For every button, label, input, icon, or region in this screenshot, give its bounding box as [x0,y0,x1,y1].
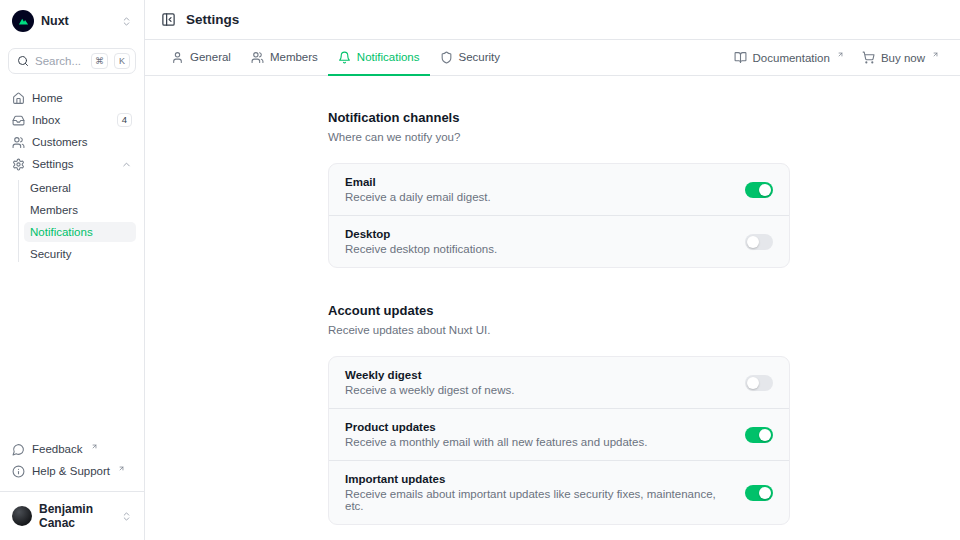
buy-now-link[interactable]: Buy now [853,40,948,75]
setting-row-product-updates: Product updates Receive a monthly email … [329,408,789,460]
sidebar: Nuxt Search... ⌘ K Home Inbox 4 [0,0,145,540]
setting-description: Receive a monthly email with all new fea… [345,436,729,448]
bell-icon [338,51,351,64]
search-placeholder: Search... [35,55,85,67]
tab-security[interactable]: Security [430,40,511,76]
help-support-link[interactable]: Help & Support [8,461,136,481]
avatar [12,506,32,526]
section-description: Receive updates about Nuxt UI. [328,324,790,336]
sub-item-label: General [30,182,71,194]
section-title: Account updates [328,303,790,318]
tab-general[interactable]: General [161,40,241,76]
chevrons-up-down-icon [121,511,132,522]
external-link-icon [91,443,98,450]
home-icon [12,92,25,105]
sidebar-item-members[interactable]: Members [24,200,136,220]
sidebar-item-notifications[interactable]: Notifications [24,222,136,242]
search-icon [17,55,29,67]
sidebar-item-label: Customers [32,136,132,148]
inbox-count-badge: 4 [117,113,132,127]
setting-description: Receive emails about important updates l… [345,488,729,512]
email-toggle[interactable] [745,182,773,198]
weekly-digest-toggle[interactable] [745,375,773,391]
user-name: Benjamin Canac [39,502,114,530]
setting-description: Receive a daily email digest. [345,191,729,203]
settings-content: Notification channels Where can we notif… [145,76,960,540]
user-menu[interactable]: Benjamin Canac [8,502,136,532]
tab-label: Notifications [357,51,420,63]
section-title: Notification channels [328,110,790,125]
sidebar-item-label: Settings [32,158,114,170]
page-header: Settings [145,0,960,40]
setting-row-important-updates: Important updates Receive emails about i… [329,460,789,524]
setting-title: Desktop [345,228,729,240]
sidebar-item-security[interactable]: Security [24,244,136,264]
kbd-cmd: ⌘ [91,53,108,69]
sub-item-label: Security [30,248,72,260]
sidebar-nav: Home Inbox 4 Customers Settings Genera [8,88,136,264]
toggle-knob [759,487,771,499]
tab-label: General [190,51,231,63]
inbox-icon [12,114,25,127]
toggle-knob [759,184,771,196]
desktop-toggle[interactable] [745,234,773,250]
chevron-up-icon [121,159,132,170]
message-icon [12,443,25,456]
search-input[interactable]: Search... ⌘ K [8,48,136,74]
tab-notifications[interactable]: Notifications [328,40,430,76]
sidebar-item-inbox[interactable]: Inbox 4 [8,110,136,130]
nuxt-logo-icon [12,10,34,32]
setting-title: Email [345,176,729,188]
section-description: Where can we notify you? [328,131,790,143]
info-icon [12,465,25,478]
setting-title: Weekly digest [345,369,729,381]
setting-description: Receive desktop notifications. [345,243,729,255]
link-label: Buy now [881,52,925,64]
section-account-updates: Account updates Receive updates about Nu… [328,303,790,525]
spacer [510,40,724,75]
setting-row-desktop: Desktop Receive desktop notifications. [329,215,789,267]
workspace-name: Nuxt [41,14,114,28]
setting-description: Receive a weekly digest of news. [345,384,729,396]
shield-icon [440,51,453,64]
documentation-link[interactable]: Documentation [725,40,853,75]
external-link-icon [118,465,125,472]
feedback-label: Feedback [32,443,83,455]
toggle-knob [747,236,759,248]
product-updates-toggle[interactable] [745,427,773,443]
main-area: Settings General Members Notifications S… [145,0,960,540]
divider [0,491,144,492]
help-support-label: Help & Support [32,465,110,477]
book-icon [734,51,747,64]
page-title: Settings [186,12,239,27]
user-icon [171,51,184,64]
setting-title: Product updates [345,421,729,433]
sidebar-item-customers[interactable]: Customers [8,132,136,152]
tab-label: Members [270,51,318,63]
sidebar-item-label: Inbox [32,114,110,126]
tab-label: Security [459,51,501,63]
link-label: Documentation [753,52,830,64]
gear-icon [12,158,25,171]
important-updates-toggle[interactable] [745,485,773,501]
workspace-switcher[interactable]: Nuxt [8,8,136,34]
sidebar-item-settings[interactable]: Settings [8,154,136,174]
external-link-icon [932,51,939,58]
tab-members[interactable]: Members [241,40,328,76]
toggle-knob [759,429,771,441]
toggle-knob [747,377,759,389]
settings-card: Email Receive a daily email digest. Desk… [328,163,790,268]
settings-card: Weekly digest Receive a weekly digest of… [328,356,790,525]
setting-row-weekly-digest: Weekly digest Receive a weekly digest of… [329,357,789,408]
sidebar-item-general[interactable]: General [24,178,136,198]
feedback-link[interactable]: Feedback [8,439,136,459]
collapse-sidebar-icon[interactable] [161,12,176,27]
chevrons-up-down-icon [121,16,132,27]
kbd-k: K [114,53,130,69]
settings-subnav: General Members Notifications Security [8,178,136,264]
sidebar-item-home[interactable]: Home [8,88,136,108]
section-notification-channels: Notification channels Where can we notif… [328,110,790,268]
sidebar-footer: Feedback Help & Support Benjamin Canac [8,439,136,532]
sidebar-item-label: Home [32,92,132,104]
sub-item-label: Members [30,204,78,216]
